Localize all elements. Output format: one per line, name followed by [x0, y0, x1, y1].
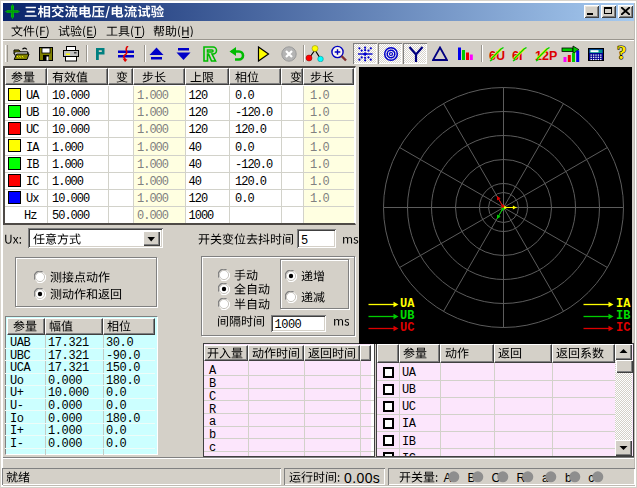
svg-text:?: ?: [617, 43, 627, 63]
